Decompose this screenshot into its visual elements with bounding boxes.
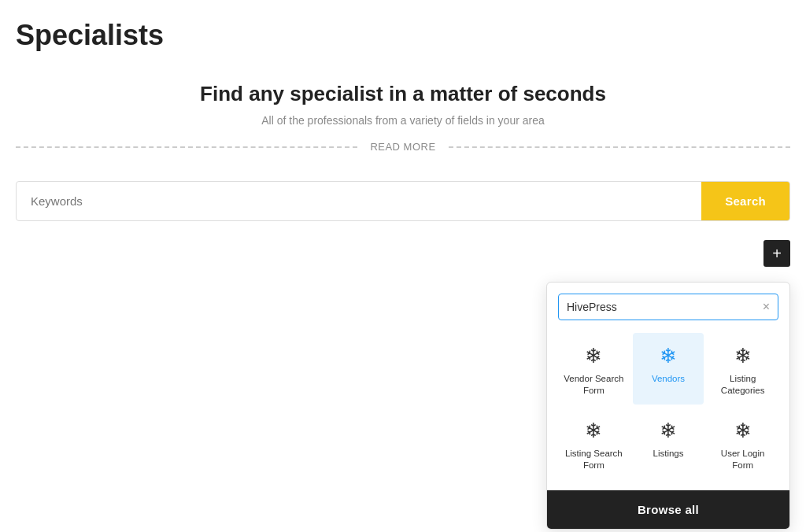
vendor-search-form-label: Vendor Search Form [563,373,625,397]
listing-search-form-icon: ❄ [585,419,602,443]
add-button-row: + [0,229,806,267]
widget-item-listings[interactable]: ❄ Listings [633,408,704,479]
dashed-line-right [449,146,790,148]
listing-categories-icon: ❄ [734,344,752,368]
listing-categories-label: Listing Categories [712,373,774,397]
search-button[interactable]: Search [701,182,789,220]
search-section: Search [0,162,806,229]
search-bar: Search [16,181,790,221]
browse-all-button[interactable]: Browse all [547,490,789,529]
listings-icon: ❄ [660,419,677,443]
widget-item-listing-search-form[interactable]: ❄ Listing Search Form [558,408,630,479]
widget-search-input[interactable] [559,294,755,320]
widget-item-user-login-form[interactable]: ❄ User Login Form [707,408,778,479]
hero-section: Find any specialist in a matter of secon… [0,60,806,162]
hero-subtext: All of the professionals from a variety … [16,114,790,127]
widget-search-row: × [558,294,778,320]
read-more-row: READ MORE [16,141,790,153]
page-header: Specialists [0,0,806,60]
user-login-form-icon: ❄ [734,419,752,443]
dashed-line-left [16,146,357,148]
read-more-button[interactable]: READ MORE [357,141,448,153]
page-title: Specialists [16,19,790,52]
widget-item-listing-categories[interactable]: ❄ Listing Categories [707,333,778,405]
vendors-label: Vendors [652,373,685,385]
widget-item-vendors[interactable]: ❄ Vendors [633,333,704,405]
widget-grid: ❄ Vendor Search Form ❄ Vendors ❄ Listing… [547,328,789,490]
vendors-icon: ❄ [660,344,677,368]
widget-clear-button[interactable]: × [755,301,778,313]
vendor-search-form-icon: ❄ [585,344,602,368]
listings-label: Listings [653,448,683,460]
hero-heading: Find any specialist in a matter of secon… [16,82,790,106]
widget-item-vendor-search-form[interactable]: ❄ Vendor Search Form [558,333,630,405]
listing-search-form-label: Listing Search Form [563,448,625,471]
user-login-form-label: User Login Form [712,448,774,471]
widget-popup: × ❄ Vendor Search Form ❄ Vendors ❄ Listi… [546,282,790,530]
search-input[interactable] [17,182,701,220]
add-widget-button[interactable]: + [763,240,790,267]
